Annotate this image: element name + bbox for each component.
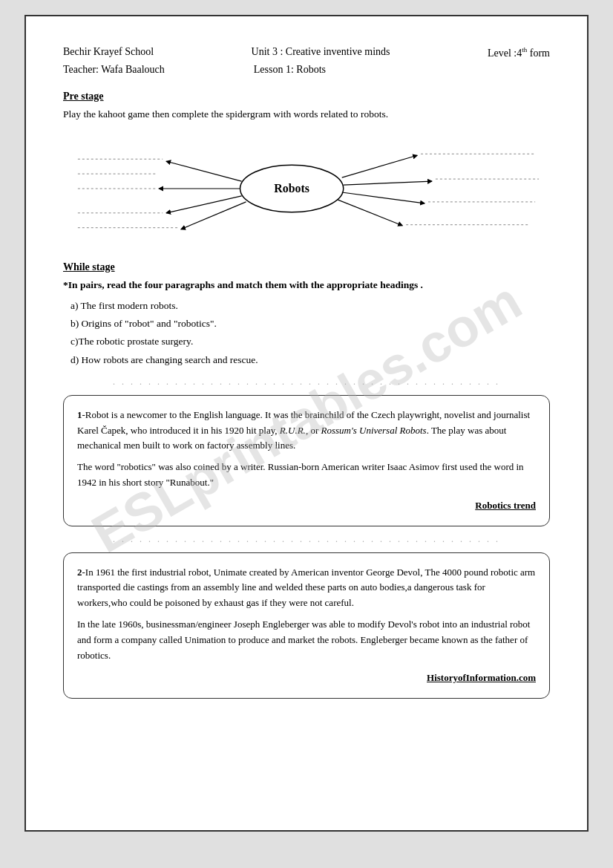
heading-c: c)The robotic prostate surgery. — [71, 333, 550, 350]
level: Level :4th form — [488, 46, 550, 59]
pre-stage-title: Pre stage — [63, 91, 550, 102]
p1-italic2: Rossum's Universal Robots — [321, 425, 426, 436]
svg-line-2 — [166, 161, 241, 181]
header-row2: Teacher: Wafa Baalouch Lesson 1: Robots — [63, 64, 550, 76]
p1-italic1: R.U.R. — [280, 425, 306, 436]
pairs-instruction: *In pairs, read the four paragraphs and … — [63, 279, 550, 291]
paragraph-1-box: 1-Robot is a newcomer to the English lan… — [63, 395, 550, 526]
paragraph-1-source: Robotics trend — [77, 498, 536, 514]
paragraph-2-text2: In the late 1960s, businessman/engineer … — [77, 617, 536, 663]
paragraph-1-text1: 1-Robot is a newcomer to the English lan… — [77, 408, 536, 454]
heading-b: b) Origins of "robot" and "robotics". — [71, 315, 550, 333]
dotted-separator-1: . . . . . . . . . . . . . . . . . . . . … — [63, 376, 550, 388]
svg-line-7 — [344, 181, 432, 185]
page: ESLprintables.com Bechir Krayef School U… — [24, 15, 589, 832]
teacher-name: Teacher: Wafa Baalouch — [63, 64, 165, 76]
lesson-title: Lesson 1: Robots — [254, 64, 326, 76]
paragraph-2-box: 2-In 1961 the first industrial robot, Un… — [63, 552, 550, 699]
svg-line-4 — [166, 196, 241, 213]
school-name: Bechir Krayef School — [63, 46, 154, 59]
paragraph-1-text2: The word "robotics" was also coined by a… — [77, 460, 536, 491]
while-stage-title: While stage — [63, 261, 550, 273]
svg-line-8 — [342, 192, 424, 203]
svg-line-5 — [181, 202, 246, 229]
spidergram-svg: Robots — [63, 129, 550, 248]
paragraph-2-source: HistoryofInformation.com — [77, 670, 536, 686]
heading-a: a) The first modern robots. — [71, 297, 550, 315]
paragraph-2-text1: 2-In 1961 the first industrial robot, Un… — [77, 565, 536, 611]
while-section: While stage *In pairs, read the four par… — [63, 261, 550, 369]
spidergram: Robots — [63, 129, 550, 248]
pre-stage-instruction: Play the kahoot game then complete the s… — [63, 108, 550, 120]
heading-d: d) How robots are changing search and re… — [71, 351, 550, 369]
headings-list: a) The first modern robots. b) Origins o… — [71, 297, 550, 369]
unit-title: Unit 3 : Creative inventive minds — [252, 46, 390, 59]
dotted-separator-2: . . . . . . . . . . . . . . . . . . . . … — [63, 534, 550, 545]
header-row1: Bechir Krayef School Unit 3 : Creative i… — [63, 46, 550, 59]
svg-line-6 — [342, 155, 417, 177]
svg-line-9 — [338, 200, 402, 226]
svg-text:Robots: Robots — [274, 182, 309, 195]
